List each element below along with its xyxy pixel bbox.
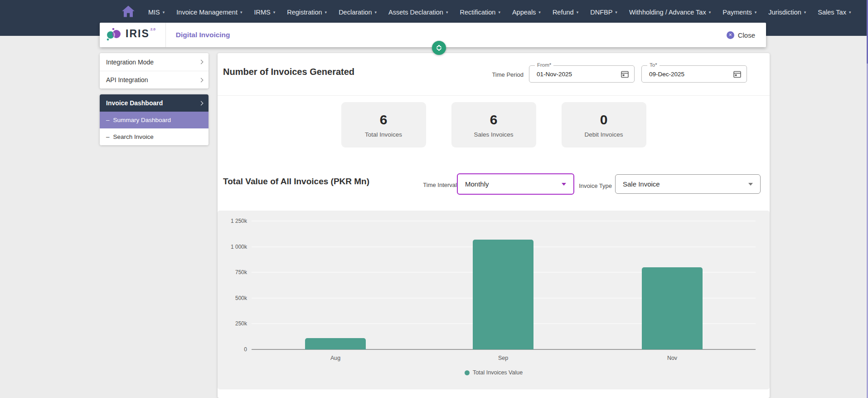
iris-logo[interactable]: IRIS 2.0 [100,27,165,43]
close-button[interactable]: × Close [727,31,766,39]
header-divider [218,95,770,96]
stat-label: Sales Invoices [474,131,513,138]
time-interval-select[interactable]: Monthly [457,173,574,195]
date-from-field[interactable]: From* 01-Nov-2025 [529,65,635,83]
chart-legend[interactable]: Total Invoices Value [218,369,770,376]
chevron-down-icon: ▾ [163,10,165,15]
date-from-value: 01-Nov-2025 [537,71,572,78]
date-from-floating-label: From* [535,62,553,68]
time-interval-value: Monthly [465,180,489,188]
y-axis-tick-label: 250k [218,320,247,327]
stat-value: 0 [600,112,608,128]
dropdown-caret-icon [562,183,566,186]
chevron-down-icon: ▾ [273,10,276,15]
stat-card: 0 Debit Invoices [562,102,646,147]
nav-menu-item[interactable]: Rectification ▾ [454,9,506,16]
brand-version: 2.0 [150,27,155,31]
stat-value: 6 [380,112,388,128]
home-button[interactable] [121,5,136,20]
nav-menu-item[interactable]: Withholding / Advance Tax ▾ [623,9,717,16]
date-to-field[interactable]: To* 09-Dec-2025 [641,65,747,83]
brand-name: IRIS [126,27,150,39]
bar-sep [473,240,533,349]
calendar-icon[interactable] [733,70,741,78]
chevron-down-icon: ▾ [374,10,377,15]
y-axis-tick-label: 750k [218,269,247,275]
legend-dot-icon [465,370,470,375]
y-axis-tick-label: 500k [218,295,247,301]
bar-nov [642,267,703,349]
sidebar-item-integration-mode[interactable]: Integration Mode [100,53,209,71]
stats-row: 6 Total Invoices 6 Sales Invoices 0 Debi… [218,102,770,147]
time-interval-label: Time Interval [412,182,457,188]
stat-card: 6 Total Invoices [341,102,426,147]
chevron-down-icon: ▾ [240,10,242,15]
dash-bullet: – [106,133,110,140]
close-label: Close [738,31,755,39]
iris-logo-mark-icon [106,27,122,43]
stat-card: 6 Sales Invoices [451,102,536,147]
calendar-icon[interactable] [621,70,629,78]
sidebar-group-integration: Integration Mode API Integration [100,53,209,88]
main-menu: MIS ▾ Invoice Management ▾ IRMS ▾ R [142,9,857,16]
y-axis-tick-label: 0 [218,346,247,353]
sidebar-item-summary-dashboard[interactable]: –Summary Dashboard [100,112,209,128]
y-axis-tick-label: 1 000k [218,244,247,250]
nav-menu-item[interactable]: Invoice Management ▾ [170,9,248,16]
gridline [252,221,756,221]
chevron-down-icon: ▾ [709,10,711,15]
invoice-type-select[interactable]: Sale Invoice [615,174,761,194]
invoices-value-chart: 0250k500k750k1 000k1 250kAugSepNov Total… [218,211,770,389]
nav-menu-item[interactable]: DNFBP ▾ [584,9,623,16]
chevron-right-icon [199,101,204,105]
x-axis-tick-label: Sep [483,355,524,361]
app-title: Digital Invoicing [166,31,230,39]
dash-bullet: – [106,117,110,123]
chevron-down-icon: ▾ [849,10,851,15]
nav-menu-item[interactable]: Sales Tax ▾ [812,9,857,16]
chevron-right-icon [199,60,204,64]
nav-menu-item[interactable]: Appeals ▾ [506,9,547,16]
chart-plot: 0250k500k750k1 000k1 250kAugSepNov [218,211,770,389]
date-to-value: 09-Dec-2025 [649,71,684,78]
chevron-right-icon [199,78,204,82]
nav-menu-item[interactable]: Registration ▾ [281,9,333,16]
chevron-down-icon: ▾ [577,10,579,15]
chevron-down-icon: ▾ [498,10,500,15]
close-icon: × [727,31,734,39]
sidebar-item-api-integration[interactable]: API Integration [100,71,209,88]
page-title: Number of Invoices Generated [223,67,354,77]
legend-label: Total Invoices Value [473,369,523,376]
nav-menu-item[interactable]: IRMS ▾ [248,9,281,16]
stat-label: Debit Invoices [585,131,623,138]
sidebar-item-search-invoice[interactable]: –Search Invoice [100,128,209,145]
chevron-down-icon [436,48,441,51]
stat-value: 6 [490,112,498,128]
x-axis-tick-label: Nov [652,355,693,361]
nav-menu-item[interactable]: Declaration ▾ [333,9,383,16]
chevron-down-icon: ▾ [755,10,757,15]
dashboard-panel: Number of Invoices Generated Time Period… [218,53,770,398]
chevron-down-icon: ▾ [325,10,327,15]
chevron-down-icon: ▾ [538,10,541,15]
invoice-type-label: Invoice Type [576,182,612,189]
nav-menu-item[interactable]: Jurisdiction ▾ [762,9,812,16]
section-title: Total Value of All Invoices (PKR Mn) [223,177,369,187]
time-period-label: Time Period [478,71,524,78]
x-axis-tick-label: Aug [315,355,356,361]
nav-menu-item[interactable]: Payments ▾ [717,9,762,16]
chevron-up-icon [436,45,441,48]
chevron-down-icon: ▾ [615,10,617,15]
dropdown-caret-icon [748,183,753,186]
bar-aug [305,338,366,349]
home-icon [121,5,135,20]
expand-collapse-toggle-button[interactable] [432,41,446,55]
chevron-down-icon: ▾ [446,10,448,15]
stat-label: Total Invoices [365,131,402,138]
nav-menu-item[interactable]: Refund ▾ [547,9,584,16]
nav-menu-item[interactable]: Assets Declaration ▾ [383,9,454,16]
nav-menu-item[interactable]: MIS ▾ [142,9,170,16]
digital-invoicing-screen: MIS ▾ Invoice Management ▾ IRMS ▾ R [0,0,868,398]
date-to-floating-label: To* [647,62,659,68]
sidebar-item-invoice-dashboard[interactable]: Invoice Dashboard [100,94,209,112]
